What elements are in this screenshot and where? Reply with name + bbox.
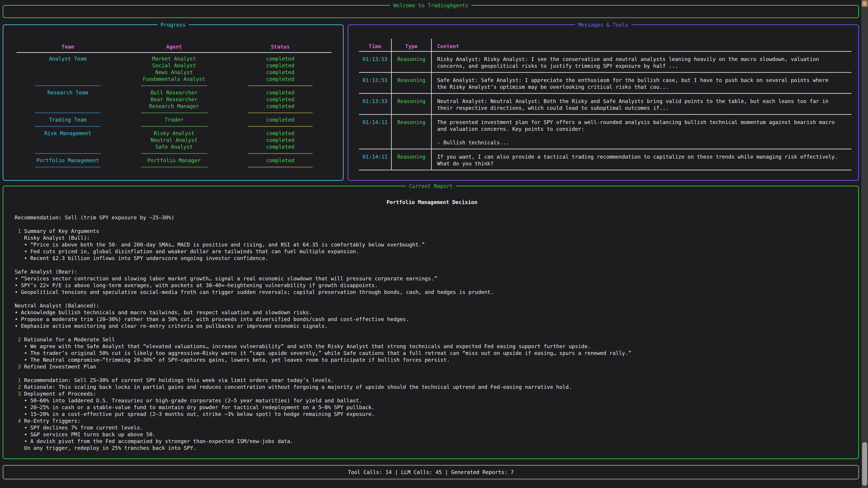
progress-row: News Analystcompleted [15,69,333,76]
progress-team-cell: Analyst Team [15,55,121,62]
report-text: • SPY’s 22× P/E is above long-term avera… [15,283,378,288]
message-row: 01:13:53ReasoningNeutral Analyst: Neutra… [359,94,851,115]
scrollbar-track[interactable] [861,0,868,488]
report-text: Re-Entry Triggers: [24,418,81,424]
separator-line [35,126,101,127]
scrollbar-thumb[interactable] [862,442,867,486]
report-line: • Geopolitical tensions and speculative … [15,289,849,295]
report-line: • “Price is above both the 50- and 200-d… [15,241,849,248]
report-line: Risky Analyst (Bull): [15,234,849,241]
separator-line [35,167,101,167]
report-list-number: 2 [15,384,24,390]
separator-cell [121,83,227,89]
progress-status-cell: completed [227,76,333,83]
progress-team-cell [15,62,121,69]
report-text: • Fed cuts priced in, global disinflatio… [15,249,359,254]
report-list-number: 1 [15,228,24,234]
report-text: • The trader’s original 50% cut is likel… [15,350,631,356]
report-text: • Geopolitical tensions and speculative … [15,289,494,295]
report-line: • “Services sector contraction and slowi… [15,275,849,282]
message-type: Reasoning [392,52,432,72]
separator-cell [15,150,121,157]
progress-row: Bear Researchercompleted [15,96,333,103]
report-list-number: 1 [15,377,24,383]
report-text: • A dovish pivot from the Fed accompanie… [15,438,293,444]
progress-agent-cell: Portfolio Manager [121,157,227,164]
report-line [15,262,849,268]
report-list-number: 3 [15,364,24,369]
separator-cell [227,123,333,130]
progress-team-cell [15,96,121,103]
message-type: Reasoning [392,73,432,93]
message-content: Safe Analyst: Safe Analyst: I appreciate… [432,73,851,93]
progress-agent-cell: Social Analyst [121,62,227,69]
separator-line [248,153,313,154]
separator-line [248,86,313,86]
separator-line [35,112,101,113]
message-row: 01:13:53ReasoningRisky Analyst: Risky An… [359,52,851,73]
message-time: 01:13:53 [359,94,392,114]
current-report-panel: Current Report Portfolio Management Deci… [3,186,859,459]
report-recommendation: Recommendation: Sell (trim SPY exposure … [15,214,849,221]
report-text: • The Neutral compromise—“trimming 20–30… [15,357,450,363]
progress-panel: Progress Team Agent Status Analyst TeamM… [3,24,344,181]
separator-line [141,112,208,113]
progress-status-cell: completed [227,130,333,137]
separator-line [141,86,208,86]
messages-table-header: Time Type Content [359,39,851,52]
report-text: • 50–60% into laddered U.S. Treasuries o… [15,398,362,403]
progress-status-cell: completed [227,55,333,62]
messages-table: Time Type Content 01:13:53ReasoningRisky… [359,39,851,170]
report-line: 1 Recommendation: Sell 25–30% of current… [15,377,849,384]
report-text: On any trigger, redeploy in 25% tranches… [15,445,196,451]
message-time: 01:14:11 [359,149,392,170]
progress-group-separator [15,109,333,116]
scroll-top-button[interactable] [862,0,868,7]
report-line: • 15–20% in a cost-effective put spread … [15,411,849,418]
report-line: • A dovish pivot from the Fed accompanie… [15,438,849,445]
report-line: • SPY declines 7% from current levels. [15,424,849,431]
message-row: 01:13:53ReasoningSafe Analyst: Safe Anal… [359,73,851,94]
progress-agent-cell: Neutral Analyst [121,137,227,143]
progress-rows: Analyst TeamMarket AnalystcompletedSocia… [15,55,333,170]
progress-row: Analyst TeamMarket Analystcompleted [15,55,333,62]
report-text: • We agree with the Safe Analyst that “e… [15,344,591,349]
separator-line [141,153,208,154]
progress-team-cell: Trading Team [15,116,121,123]
report-line [15,329,849,336]
progress-team-cell [15,69,121,76]
report-line [15,295,849,302]
report-line: • S&P services PMI turns back up above 5… [15,431,849,438]
report-text: • “Services sector contraction and slowi… [15,275,437,282]
separator-line [141,126,208,127]
report-line: On any trigger, redeploy in 25% tranches… [15,445,849,451]
progress-status-cell: completed [227,96,333,103]
progress-col-agent: Agent [121,43,227,51]
progress-row: Neutral Analystcompleted [15,137,333,143]
report-line: 3 Deployment of Proceeds: [15,390,849,397]
progress-agent-cell: Bear Researcher [121,96,227,103]
report-line: 1 Summary of Key Arguments [15,228,849,234]
progress-col-status: Status [227,43,333,51]
progress-team-cell [15,76,121,83]
message-type: Reasoning [392,149,432,170]
separator-cell [227,83,333,89]
report-line: 3 Refined Investment Plan [15,363,849,370]
message-content: Neutral Analyst: Neutral Analyst: Both t… [432,94,851,114]
message-row: 01:14:11ReasoningIf you want, I can also… [359,149,851,170]
report-line: • Propose a moderate trim (20–30%) rathe… [15,316,849,323]
message-content: Risky Analyst: Risky Analyst: I see the … [432,52,851,72]
report-line: • SPY’s 22× P/E is above long-term avera… [15,282,849,289]
progress-row: Trading TeamTradercompleted [15,116,333,123]
progress-team-cell: Risk Management [15,130,121,137]
progress-agent-cell: Trader [121,116,227,123]
progress-status-cell: completed [227,62,333,69]
progress-agent-cell: Bull Researcher [121,89,227,96]
report-line: • The trader’s original 50% cut is likel… [15,350,849,357]
report-line: • 20–25% in cash or a stable-value fund … [15,404,849,411]
report-line: • Acknowledge bullish technicals and mac… [15,309,849,316]
message-rows: 01:13:53ReasoningRisky Analyst: Risky An… [359,52,851,170]
separator-cell [227,150,333,157]
progress-status-cell: completed [227,89,333,96]
progress-row: Research TeamBull Researchercompleted [15,89,333,96]
